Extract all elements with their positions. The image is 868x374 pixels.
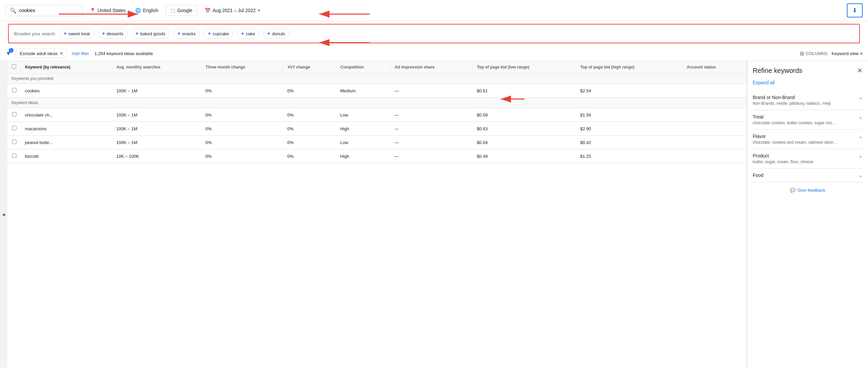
row-checkbox-cell[interactable] [7,84,21,98]
location-label: United States [97,8,126,13]
refine-item-food[interactable]: Food ⌄ [753,169,863,182]
refine-keywords-sidebar: Refine keywords ✕ Expand all Brand or No… [747,61,868,368]
filter-icon[interactable]: ▼ 1 [5,50,11,57]
add-filter-button[interactable]: Add filter [72,51,89,56]
table-row[interactable]: chocolate ch... 100K – 1M 0% 0% Low — $0… [7,108,747,122]
col-header-avg[interactable]: Avg. monthly searches [112,61,202,73]
refine-item-product[interactable]: Product ⌄ butter, sugar, cream, flour, c… [753,149,863,169]
columns-button[interactable]: ⊞ COLUMNS [800,50,828,57]
expand-all-button[interactable]: Expand all [753,80,863,85]
broaden-chip-sweet-treat[interactable]: + sweet treat [59,29,94,39]
search-icon: 🔍 [10,7,17,14]
refine-item-subtitle: chocolate cookies, butter cookies, sugar… [753,121,863,125]
broaden-search-bar: Broaden your search: + sweet treat + des… [8,24,860,43]
account-status-cell [682,84,746,98]
table-row[interactable]: peanut butte... 100K – 1M 0% 0% Low — $0… [7,136,747,149]
keyword-view-label: Keyword view [832,51,859,56]
ad-impression-cell: — [391,136,473,149]
chip-label: baked goods [140,31,165,36]
yoy-cell: 0% [283,136,336,149]
keyword-cell: peanut butte... [21,136,112,149]
yoy-cell: 0% [283,84,336,98]
col-header-keyword[interactable]: Keyword (by relevance) [21,61,112,73]
close-icon[interactable]: ✕ [60,51,64,56]
row-checkbox-cell[interactable] [7,108,21,122]
broaden-chip-snacks[interactable]: + snacks [173,29,200,39]
keywords-table: Keyword (by relevance) Avg. monthly sear… [7,61,747,163]
date-range-button[interactable]: 📅 Aug 2021 – Jul 2022 ▾ [203,6,261,15]
give-feedback-button[interactable]: 💬 Give feedback [753,188,863,193]
keyword-cell: cookies [21,84,112,98]
row-checkbox[interactable] [12,88,17,92]
location-button[interactable]: 📍 United States [88,6,128,15]
platform-button[interactable]: ⬚ Google [166,5,197,16]
refine-item-subtitle: butter, sugar, cream, flour, cheese [753,160,863,164]
keyword-cell: chocolate ch... [21,108,112,122]
broaden-chip-cake[interactable]: + cake [237,29,259,39]
table-header-row: Keyword (by relevance) Avg. monthly sear… [7,61,747,73]
table-row[interactable]: cookies 100K – 1M 0% 0% Medium — $0.61 $… [7,84,747,98]
sidebar-close-button[interactable]: ✕ [857,66,863,74]
table-row[interactable]: macaroons 100K – 1M 0% 0% High — $0.63 $… [7,122,747,136]
columns-icon: ⊞ [800,50,804,57]
top-high-cell: $1.25 [576,149,683,163]
broaden-chip-donuts[interactable]: + donuts [263,29,289,39]
row-checkbox[interactable] [12,140,17,144]
refine-item-treat[interactable]: Treat ⌄ chocolate cookies, butter cookie… [753,110,863,130]
keyword-count-label: 1,264 keyword ideas available [94,51,153,56]
account-status-cell [682,136,746,149]
col-header-yoy[interactable]: YoY change [283,61,336,73]
yoy-cell: 0% [283,122,336,136]
plus-icon: + [64,31,67,37]
plus-icon: + [241,31,244,37]
keyword-cell: macaroons [21,122,112,136]
plus-icon: + [135,31,138,37]
left-scroll-button[interactable]: ◀ [0,61,7,368]
row-checkbox[interactable] [12,126,17,130]
col-header-three-month[interactable]: Three month change [202,61,283,73]
top-bar: 🔍 📍 United States 🌐 English ⬚ Google 📅 A… [0,0,868,21]
row-checkbox-cell[interactable] [7,149,21,163]
broaden-chip-desserts[interactable]: + desserts [97,29,127,39]
table-row[interactable]: biscotti 10K – 100K 0% 0% High — $0.49 $… [7,149,747,163]
col-header-top-low[interactable]: Top of page bid (low range) [473,61,576,73]
section-label: Keyword ideas [7,98,747,108]
plus-icon: + [208,31,211,37]
broaden-chip-cupcake[interactable]: + cupcake [204,29,233,39]
filter-bar: ▼ 1 Exclude adult ideas ✕ Add filter 1,2… [0,46,868,61]
section-label: Keywords you provided [7,73,747,84]
exclude-adult-chip[interactable]: Exclude adult ideas ✕ [16,49,68,58]
download-button[interactable]: ⬇ [847,3,863,18]
select-all-checkbox[interactable] [12,64,16,69]
row-checkbox-cell[interactable] [7,122,21,136]
date-range-label: Aug 2021 – Jul 2022 [213,8,255,13]
chip-label: cake [246,31,255,36]
row-checkbox[interactable] [12,154,17,158]
refine-item-flavor[interactable]: Flavor ⌄ chocolate, cookies and cream, o… [753,130,863,149]
calendar-icon: 📅 [205,8,211,13]
broaden-chip-baked-goods[interactable]: + baked goods [131,29,170,39]
refine-item-title: Brand or Non-Brand [753,95,795,100]
search-input[interactable] [19,8,78,13]
col-header-top-high[interactable]: Top of page bid (high range) [576,61,683,73]
keyword-cell: biscotti [21,149,112,163]
col-header-ad-impression[interactable]: Ad impression share [391,61,473,73]
three-month-cell: 0% [202,149,283,163]
col-header-account-status[interactable]: Account status [682,61,746,73]
row-checkbox-cell[interactable] [7,136,21,149]
three-month-cell: 0% [202,136,283,149]
avg-cell: 10K – 100K [112,149,202,163]
keyword-view-button[interactable]: Keyword view ▾ [832,51,863,56]
download-icon: ⬇ [852,7,857,14]
select-all-header[interactable] [7,61,21,73]
chip-label: snacks [182,31,196,36]
refine-item-subtitle: Non-Brands, nestle, pillsbury, nabisco, … [753,101,863,106]
language-label: English [143,8,158,13]
refine-item-brand[interactable]: Brand or Non-Brand ⌄ Non-Brands, nestle,… [753,91,863,110]
row-checkbox[interactable] [12,112,17,116]
top-low-cell: $0.04 [473,136,576,149]
plus-icon: + [178,31,181,37]
search-box[interactable]: 🔍 [5,5,82,16]
col-header-competition[interactable]: Competition [336,61,391,73]
language-button[interactable]: 🌐 English [133,6,160,15]
